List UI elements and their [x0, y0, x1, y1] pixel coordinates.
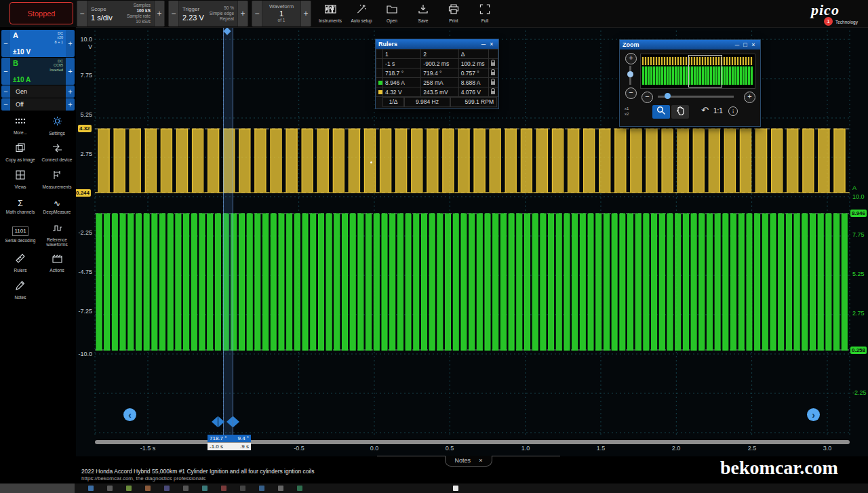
- waveform-next-button[interactable]: +: [300, 1, 311, 26]
- stopped-button[interactable]: Stopped: [9, 2, 73, 24]
- taskbar-icon[interactable]: [164, 486, 170, 491]
- lock-icon[interactable]: [491, 62, 495, 66]
- scope-decrease-button[interactable]: −: [77, 1, 87, 26]
- zoom-tool-button[interactable]: [652, 105, 670, 119]
- sidebar-deepmeasure-button[interactable]: ∿ DeepMeasure: [39, 195, 75, 220]
- print-button[interactable]: Print: [439, 1, 469, 26]
- off-decrease-button[interactable]: −: [1, 98, 10, 111]
- waveform-prev-button[interactable]: −: [252, 1, 262, 26]
- open-button[interactable]: Open: [377, 1, 407, 26]
- instruments-button[interactable]: Instruments: [315, 1, 345, 26]
- pan-right-button[interactable]: ›: [807, 408, 820, 421]
- sidebar-rulers-button[interactable]: Rulers: [3, 251, 38, 276]
- time-ruler-band[interactable]: [223, 27, 233, 435]
- channel-b-body[interactable]: B DC CC65 Inverted ±10 A: [10, 58, 66, 85]
- taskbar-active-icon[interactable]: [453, 486, 458, 491]
- measurements-icon: [52, 170, 62, 182]
- taskbar-icon[interactable]: [221, 486, 226, 491]
- taskbar-icon[interactable]: [240, 486, 245, 491]
- rulers-titlebar[interactable]: Rulers ─ ×: [376, 39, 498, 49]
- sidebar-copy-as-image-button[interactable]: Copy as image: [3, 140, 38, 165]
- sidebar-more-button[interactable]: More...: [3, 113, 38, 138]
- zoom-ratio-label[interactable]: 1:1: [713, 107, 723, 115]
- pan-tool-button[interactable]: [671, 105, 689, 119]
- left-axis-unit: V: [73, 43, 92, 50]
- channel-b-max-marker[interactable]: 8.946: [850, 210, 867, 217]
- rulers-close-button[interactable]: ×: [488, 41, 496, 47]
- channel-b-decrease-button[interactable]: −: [1, 58, 10, 85]
- sidebar-connect-device-button[interactable]: Connect device: [39, 140, 75, 165]
- zoom-minimize-button[interactable]: ─: [733, 41, 741, 48]
- horizontal-zoom-thumb[interactable]: [665, 93, 671, 99]
- trigger-title: Trigger: [182, 6, 204, 12]
- lock-icon[interactable]: [491, 91, 495, 94]
- time-ruler2-handle-left[interactable]: [226, 416, 233, 427]
- time-ruler-handle-left[interactable]: [212, 416, 218, 427]
- timebase-value[interactable]: 1 s/div: [91, 14, 113, 22]
- taskbar-icon[interactable]: [202, 486, 208, 491]
- gen-increase-button[interactable]: +: [66, 85, 75, 98]
- sidebar-notes-button[interactable]: Notes: [3, 278, 38, 303]
- channel-a-min-marker[interactable]: 0.244: [75, 189, 91, 197]
- gen-off-label[interactable]: Off: [10, 98, 66, 111]
- fullscreen-button[interactable]: Full: [470, 1, 500, 26]
- sidebar-views-button[interactable]: Views: [3, 167, 38, 193]
- actions-icon: [52, 254, 62, 266]
- channel-a-increase-button[interactable]: +: [66, 30, 75, 57]
- lock-icon[interactable]: [491, 81, 495, 85]
- pan-left-button[interactable]: ‹: [123, 408, 136, 421]
- channel-b-increase-button[interactable]: +: [66, 58, 75, 85]
- off-increase-button[interactable]: +: [66, 98, 75, 111]
- taskbar-icon[interactable]: [145, 486, 151, 491]
- taskbar-icon[interactable]: [259, 486, 264, 491]
- channel-a-decrease-button[interactable]: −: [1, 30, 10, 57]
- zoom-close-button[interactable]: ×: [749, 41, 757, 48]
- zoom-maximize-button[interactable]: □: [741, 41, 749, 48]
- hand-icon: [676, 106, 685, 118]
- taskbar-icon[interactable]: [126, 486, 132, 491]
- gen-decrease-button[interactable]: −: [1, 85, 10, 98]
- zoom-out-horizontal-button[interactable]: −: [642, 92, 653, 103]
- channel-b-min-marker[interactable]: 0.258: [850, 347, 867, 354]
- scope-settings-body[interactable]: Scope 1 s/div Samples 100 kS Sample rate…: [87, 1, 154, 26]
- taskbar-icon[interactable]: [88, 486, 94, 491]
- notes-tab[interactable]: Notes ×: [445, 456, 493, 467]
- sidebar-settings-button[interactable]: Settings: [39, 113, 75, 138]
- zoom-selection-rect[interactable]: [688, 55, 722, 87]
- sidebar-serial-decoding-button[interactable]: 1101 Serial decoding: [3, 222, 38, 248]
- channel-a-max-marker[interactable]: 4.32: [78, 125, 92, 132]
- zoom-titlebar[interactable]: Zoom ─ □ ×: [620, 40, 760, 50]
- sidebar-math-channels-button[interactable]: Σ Math channels: [3, 195, 38, 220]
- channel-a-body[interactable]: A DC x20 8 + 1 ±10 V: [10, 30, 66, 57]
- taskbar-icon[interactable]: [183, 486, 189, 491]
- taskbar-icon[interactable]: [278, 486, 283, 491]
- zoom-overview-thumbnail[interactable]: [640, 54, 755, 89]
- trigger-level-value[interactable]: 2.23 V: [182, 14, 204, 22]
- channel-b-panel: − B DC CC65 Inverted ±10 A +: [1, 58, 75, 85]
- lock-icon[interactable]: [491, 72, 495, 75]
- time-ruler-handle-right[interactable]: [218, 416, 224, 427]
- undo-zoom-icon[interactable]: ↶: [701, 105, 709, 115]
- taskbar-icon[interactable]: [297, 486, 302, 491]
- rulers-minimize-button[interactable]: ─: [479, 41, 488, 47]
- zoom-in-vertical-button[interactable]: +: [625, 53, 637, 64]
- trigger-settings-body[interactable]: Trigger 2.23 V 50 % Simple edge Repeat: [179, 1, 237, 26]
- trigger-increase-button[interactable]: +: [237, 1, 248, 26]
- sidebar-actions-button[interactable]: Actions: [39, 251, 75, 276]
- notes-tab-close-icon[interactable]: ×: [479, 457, 482, 464]
- sidebar-reference-waveforms-button[interactable]: Reference waveforms: [39, 222, 75, 248]
- auto-setup-button[interactable]: Auto setup: [347, 1, 376, 26]
- scope-increase-button[interactable]: +: [154, 1, 165, 26]
- info-icon[interactable]: i: [728, 106, 738, 116]
- trigger-decrease-button[interactable]: −: [168, 1, 179, 26]
- gen-label[interactable]: Gen: [10, 85, 66, 98]
- zoom-in-horizontal-button[interactable]: +: [744, 92, 755, 103]
- vertical-zoom-thumb[interactable]: [627, 71, 633, 77]
- taskbar-window-preview[interactable]: [0, 484, 75, 493]
- taskbar-icon[interactable]: [107, 486, 113, 491]
- save-button[interactable]: Save: [408, 1, 438, 26]
- notification-badge[interactable]: 1: [824, 17, 833, 26]
- sidebar-measurements-button[interactable]: Measurements: [39, 167, 75, 193]
- time-ruler2-handle-right[interactable]: [233, 416, 239, 427]
- zoom-out-vertical-button[interactable]: −: [625, 87, 637, 99]
